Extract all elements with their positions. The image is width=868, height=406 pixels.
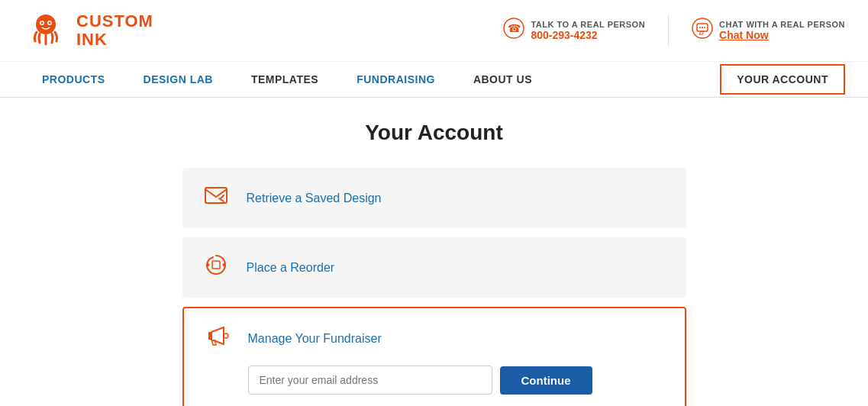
phone-icon: ☎ — [503, 18, 524, 44]
reorder-label: Place a Reorder — [247, 261, 335, 275]
svg-point-10 — [702, 27, 703, 28]
svg-rect-15 — [212, 261, 220, 269]
svg-point-0 — [36, 14, 56, 34]
svg-point-9 — [699, 27, 701, 28]
svg-point-4 — [49, 22, 51, 24]
svg-marker-14 — [207, 262, 210, 268]
main-content: Your Account Retrieve a Saved Design — [167, 98, 702, 406]
nav-fundraising[interactable]: FUNDRAISING — [337, 62, 454, 97]
fundraiser-icon — [202, 322, 233, 355]
svg-marker-13 — [222, 262, 225, 268]
contact-divider — [668, 15, 669, 46]
header-contacts: ☎ TALK TO A REAL PERSON 800-293-4232 — [503, 15, 845, 46]
fundraiser-form: Continue — [202, 366, 666, 395]
retrieve-icon — [201, 182, 231, 214]
svg-point-11 — [704, 27, 705, 28]
svg-text:☎: ☎ — [508, 22, 521, 34]
phone-value: 800-293-4232 — [531, 29, 645, 41]
nav-products[interactable]: PRODUCTS — [23, 62, 124, 97]
nav-templates[interactable]: TEMPLATES — [232, 62, 337, 97]
svg-point-3 — [41, 22, 44, 24]
fundraiser-header: Manage Your Fundraiser — [202, 322, 666, 355]
page-title: Your Account — [182, 121, 686, 145]
phone-contact[interactable]: ☎ TALK TO A REAL PERSON 800-293-4232 — [503, 18, 645, 44]
retrieve-design-label: Retrieve a Saved Design — [247, 192, 382, 205]
nav-your-account[interactable]: YOUR ACCOUNT — [720, 64, 845, 95]
chat-icon — [692, 18, 713, 44]
continue-button[interactable]: Continue — [500, 366, 592, 395]
nav-bar: PRODUCTS DESIGN LAB TEMPLATES FUNDRAISIN… — [0, 62, 868, 98]
fundraiser-card: Manage Your Fundraiser Continue — [182, 307, 686, 406]
logo-area[interactable]: CUSTOM INK — [23, 8, 153, 53]
phone-label: TALK TO A REAL PERSON — [531, 20, 645, 29]
logo-text: CUSTOM INK — [76, 12, 153, 49]
retrieve-design-card[interactable]: Retrieve a Saved Design — [182, 168, 686, 228]
email-input[interactable] — [248, 366, 492, 395]
nav-design-lab[interactable]: DESIGN LAB — [124, 62, 232, 97]
chat-label: CHAT WITH A REAL PERSON — [719, 20, 845, 29]
logo-icon — [23, 8, 69, 53]
header: CUSTOM INK ☎ TALK TO A REAL PERSON 800-2… — [0, 0, 868, 62]
nav-about-us[interactable]: ABOUT US — [454, 62, 551, 97]
reorder-icon — [201, 251, 231, 284]
fundraiser-label: Manage Your Fundraiser — [248, 332, 382, 346]
chat-now-link[interactable]: Chat Now — [719, 29, 845, 41]
chat-contact[interactable]: CHAT WITH A REAL PERSON Chat Now — [692, 18, 845, 44]
reorder-card[interactable]: Place a Reorder — [182, 237, 686, 298]
